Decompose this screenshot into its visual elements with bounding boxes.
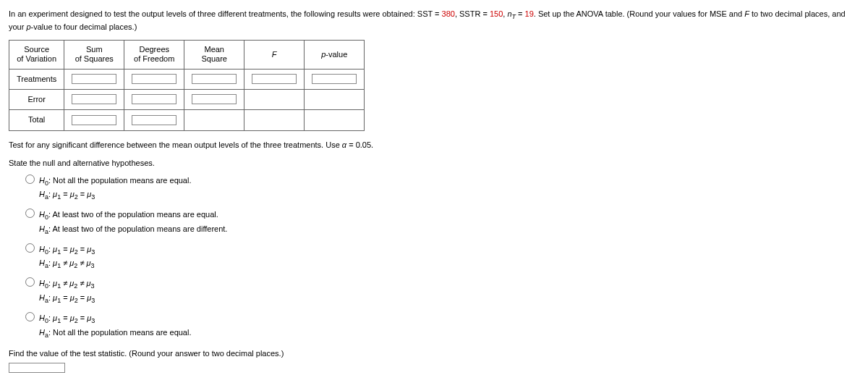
error-ms-input[interactable] bbox=[192, 94, 237, 104]
total-ms-empty bbox=[184, 110, 244, 130]
intro-text-7: -value to four decimal places.) bbox=[31, 22, 137, 31]
hyp3-line1: H0: μ1 = μ2 = μ3 bbox=[39, 244, 95, 257]
treatments-df-input[interactable] bbox=[132, 74, 176, 84]
hyp5-line1: H0: μ1 = μ2 = μ3 bbox=[39, 313, 192, 326]
hyp-radio-4[interactable] bbox=[25, 277, 35, 287]
total-p-empty bbox=[305, 110, 365, 130]
state-hypotheses-label: State the null and alternative hypothese… bbox=[9, 158, 859, 169]
row-treatments: Treatments bbox=[9, 69, 365, 89]
hyp-radio-2[interactable] bbox=[25, 209, 35, 218]
treatments-ms-input[interactable] bbox=[192, 74, 237, 84]
row-error-label: Error bbox=[9, 89, 64, 109]
row-error: Error bbox=[9, 89, 365, 109]
test-statistic-input[interactable] bbox=[9, 363, 65, 373]
hyp3-line2: Ha: μ1 ≠ μ2 ≠ μ3 bbox=[39, 258, 95, 271]
col-df: Degreesof Freedom bbox=[124, 41, 184, 69]
intro-text-4: = bbox=[516, 9, 525, 18]
total-ss-input[interactable] bbox=[72, 115, 116, 125]
intro-text-1: In an experiment designed to test the ou… bbox=[9, 9, 442, 18]
hyp-option-4[interactable]: H0: μ1 ≠ μ2 ≠ μ3 Ha: μ1 = μ2 = μ3 bbox=[22, 277, 859, 307]
error-ss-input[interactable] bbox=[72, 94, 116, 104]
sstr-value: 150 bbox=[490, 9, 503, 18]
row-total-label: Total bbox=[9, 110, 64, 130]
intro-paragraph: In an experiment designed to test the ou… bbox=[9, 9, 859, 33]
intro-text-2: , SSTR = bbox=[455, 9, 490, 18]
error-F-empty bbox=[244, 89, 305, 109]
hyp5-line2: Ha: Not all the population means are equ… bbox=[39, 327, 192, 340]
test-text-a: Test for any significant difference betw… bbox=[9, 140, 342, 149]
treatments-p-input[interactable] bbox=[312, 74, 357, 84]
col-ms: MeanSquare bbox=[184, 41, 244, 69]
total-F-empty bbox=[244, 110, 305, 130]
row-total: Total bbox=[9, 110, 365, 130]
alpha-value: = 0.05. bbox=[346, 140, 373, 149]
total-df-input[interactable] bbox=[132, 115, 176, 125]
treatments-F-input[interactable] bbox=[252, 74, 297, 84]
hyp-option-1[interactable]: H0: Not all the population means are equ… bbox=[22, 174, 859, 204]
hyp-radio-1[interactable] bbox=[25, 174, 35, 184]
col-F: F bbox=[244, 41, 305, 69]
F-letter: F bbox=[744, 9, 749, 18]
row-treatments-label: Treatments bbox=[9, 69, 64, 89]
hyp-radio-3[interactable] bbox=[25, 243, 35, 253]
hyp1-line2: Ha: μ1 = μ2 = μ3 bbox=[39, 189, 192, 202]
hyp-option-5[interactable]: H0: μ1 = μ2 = μ3 Ha: Not all the populat… bbox=[22, 311, 859, 342]
hyp2-line1: H0: At least two of the population means… bbox=[39, 209, 227, 222]
hyp-option-2[interactable]: H0: At least two of the population means… bbox=[22, 208, 859, 238]
treatments-ss-input[interactable] bbox=[72, 74, 116, 84]
error-p-empty bbox=[305, 89, 365, 109]
test-instruction: Test for any significant difference betw… bbox=[9, 140, 859, 151]
col-source: Sourceof Variation bbox=[9, 41, 64, 69]
hyp4-line2: Ha: μ1 = μ2 = μ3 bbox=[39, 292, 95, 306]
hyp-option-3[interactable]: H0: μ1 = μ2 = μ3 Ha: μ1 ≠ μ2 ≠ μ3 bbox=[22, 243, 859, 273]
intro-text-5: . Set up the ANOVA table. (Round your va… bbox=[534, 9, 744, 18]
hyp4-line1: H0: μ1 ≠ μ2 ≠ μ3 bbox=[39, 278, 95, 291]
col-ss: Sumof Squares bbox=[64, 41, 124, 69]
anova-table: Sourceof Variation Sumof Squares Degrees… bbox=[9, 40, 365, 131]
nT-value: 19 bbox=[525, 9, 534, 18]
find-test-statistic-label: Find the value of the test statistic. (R… bbox=[9, 348, 859, 359]
hyp2-line2: Ha: At least two of the population means… bbox=[39, 224, 227, 237]
hyp-radio-5[interactable] bbox=[25, 312, 35, 321]
col-pvalue: p-value bbox=[305, 41, 365, 69]
sst-value: 380 bbox=[442, 9, 455, 18]
hyp1-line1: H0: Not all the population means are equ… bbox=[39, 175, 192, 188]
error-df-input[interactable] bbox=[132, 94, 176, 104]
